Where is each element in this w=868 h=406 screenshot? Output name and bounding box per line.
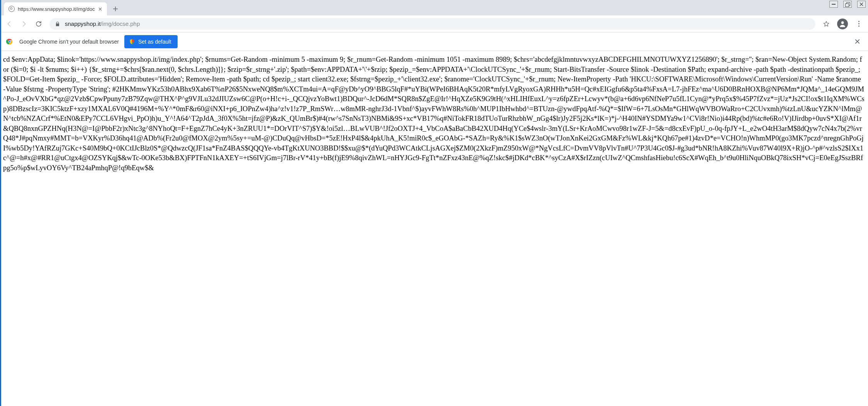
globe-icon xyxy=(8,6,15,12)
lock-icon xyxy=(55,21,60,27)
close-infobar-button[interactable] xyxy=(852,36,863,47)
close-window-button[interactable] xyxy=(857,1,866,8)
tab-strip: https://www.snappyshop.it/img/doc xyxy=(0,0,868,15)
maximize-button[interactable] xyxy=(843,1,852,8)
page-body-text[interactable]: cd $env:AppData; $linok='https://www.sna… xyxy=(0,51,868,177)
profile-avatar[interactable] xyxy=(837,19,848,29)
address-bar[interactable]: snappyshop.it/img/docse.php xyxy=(49,18,815,30)
close-tab-button[interactable] xyxy=(97,6,103,12)
menu-button[interactable] xyxy=(853,18,865,30)
svg-point-0 xyxy=(841,21,844,24)
tab-title: https://www.snappyshop.it/img/doc xyxy=(18,6,95,12)
new-tab-button[interactable] xyxy=(110,3,121,14)
url-text: snappyshop.it/img/docse.php xyxy=(65,20,140,27)
shield-icon xyxy=(129,39,135,45)
reload-button[interactable] xyxy=(32,18,45,30)
set-default-button[interactable]: Set as default xyxy=(124,35,178,48)
forward-button[interactable] xyxy=(18,18,30,30)
window-controls xyxy=(829,1,866,8)
back-button[interactable] xyxy=(3,18,15,30)
default-browser-infobar: Google Chrome isn't your default browser… xyxy=(0,32,868,51)
browser-tab[interactable]: https://www.snappyshop.it/img/doc xyxy=(4,2,107,15)
bookmark-button[interactable] xyxy=(820,18,832,30)
toolbar: snappyshop.it/img/docse.php xyxy=(0,15,868,32)
chrome-icon xyxy=(5,37,14,46)
minimize-button[interactable] xyxy=(829,1,838,8)
infobar-message: Google Chrome isn't your default browser xyxy=(19,39,119,45)
set-default-label: Set as default xyxy=(138,39,171,45)
